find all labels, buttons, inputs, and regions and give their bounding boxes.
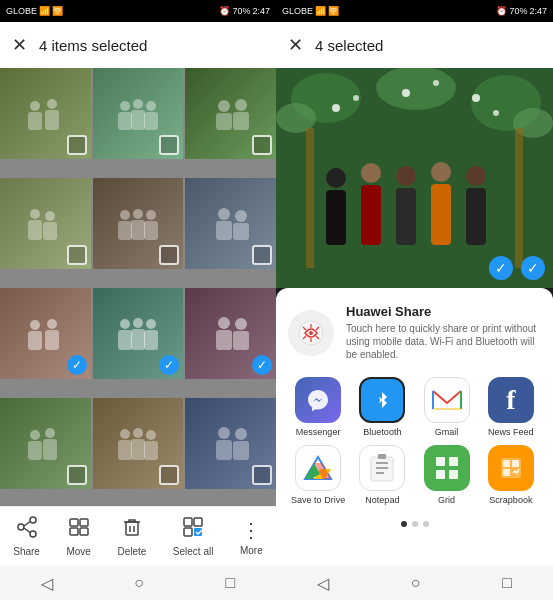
right-back-button[interactable]: ◁ xyxy=(301,570,345,597)
pagination-dots xyxy=(288,521,541,527)
share-button[interactable]: Share xyxy=(13,516,40,557)
svg-rect-41 xyxy=(233,331,249,350)
svg-point-58 xyxy=(30,531,36,537)
left-panel: GLOBE 📶 🛜 ⏰ 70% 2:47 ✕ 4 items selected xyxy=(0,0,276,600)
right-recent-button[interactable]: □ xyxy=(486,570,528,596)
svg-point-36 xyxy=(146,319,156,329)
photo-cell-2[interactable] xyxy=(93,68,184,159)
scrapbook-label: Scrapbook xyxy=(489,495,532,505)
delete-label: Delete xyxy=(117,546,146,557)
newsfeed-label: News Feed xyxy=(488,427,534,437)
svg-rect-116 xyxy=(503,460,510,467)
photo-cell-11[interactable] xyxy=(93,398,184,489)
svg-rect-1 xyxy=(28,112,42,130)
right-large-photo[interactable]: ✓ ✓ xyxy=(276,68,553,288)
svg-point-16 xyxy=(45,211,55,221)
notepad-label: Notepad xyxy=(365,495,399,505)
svg-rect-25 xyxy=(216,221,232,240)
photo-cell-4[interactable] xyxy=(0,178,91,269)
svg-point-8 xyxy=(146,101,156,111)
share-label: Share xyxy=(13,546,40,557)
select-all-button[interactable]: Select all xyxy=(173,516,214,557)
left-close-button[interactable]: ✕ xyxy=(12,34,27,56)
left-back-button[interactable]: ◁ xyxy=(25,570,69,597)
photo-cell-9[interactable]: ✓ xyxy=(185,288,276,379)
huawei-share-text: Huawei Share Touch here to quickly share… xyxy=(346,304,541,361)
svg-rect-53 xyxy=(216,440,232,460)
right-panel: GLOBE 📶 🛜 ⏰ 70% 2:47 ✕ 4 selected xyxy=(276,0,553,600)
photo-check-7: ✓ xyxy=(67,355,87,375)
right-status-left: GLOBE 📶 🛜 xyxy=(282,6,339,16)
photo-cell-8[interactable]: ✓ xyxy=(93,288,184,379)
messenger-label: Messenger xyxy=(296,427,341,437)
photo-cell-1[interactable] xyxy=(0,68,91,159)
delete-button[interactable]: Delete xyxy=(117,516,146,557)
svg-point-44 xyxy=(45,428,55,438)
share-gmail[interactable]: Gmail xyxy=(417,377,477,437)
photo-cell-7[interactable]: ✓ xyxy=(0,288,91,379)
notepad-icon xyxy=(359,445,405,491)
share-bluetooth[interactable]: Bluetooth xyxy=(352,377,412,437)
right-alarm: ⏰ xyxy=(496,6,507,16)
svg-rect-118 xyxy=(503,469,510,476)
left-home-button[interactable]: ○ xyxy=(118,570,160,596)
svg-rect-106 xyxy=(371,457,393,481)
svg-point-56 xyxy=(30,517,36,523)
svg-point-2 xyxy=(47,99,57,109)
left-recent-button[interactable]: □ xyxy=(210,570,252,596)
right-home-button[interactable]: ○ xyxy=(395,570,437,596)
svg-point-86 xyxy=(326,168,346,188)
share-messenger[interactable]: Messenger xyxy=(288,377,348,437)
svg-point-80 xyxy=(402,89,410,97)
svg-rect-19 xyxy=(118,221,132,240)
drive-label: Save to Drive xyxy=(291,495,345,505)
right-close-button[interactable]: ✕ xyxy=(288,34,303,56)
svg-rect-95 xyxy=(466,188,486,245)
svg-point-38 xyxy=(218,317,230,329)
move-label: Move xyxy=(66,546,90,557)
svg-rect-5 xyxy=(118,112,132,130)
photo-cell-3[interactable] xyxy=(185,68,276,159)
move-button[interactable]: Move xyxy=(66,516,90,557)
svg-rect-91 xyxy=(396,188,416,245)
svg-rect-89 xyxy=(361,185,381,245)
svg-rect-111 xyxy=(436,457,445,466)
left-header-title: 4 items selected xyxy=(39,37,147,54)
svg-rect-93 xyxy=(431,184,451,245)
svg-point-83 xyxy=(493,110,499,116)
share-scrapbook[interactable]: Scrapbook xyxy=(481,445,541,505)
right-header: ✕ 4 selected xyxy=(276,22,553,68)
more-button[interactable]: ⋮ More xyxy=(240,518,263,556)
photo-check-outline-3 xyxy=(252,135,272,155)
svg-point-28 xyxy=(30,320,40,330)
svg-point-88 xyxy=(361,163,381,183)
svg-rect-68 xyxy=(184,518,192,526)
svg-point-34 xyxy=(133,318,143,328)
svg-point-52 xyxy=(218,427,230,439)
huawei-share-row[interactable]: Huawei Share Touch here to quickly share… xyxy=(288,304,541,361)
svg-rect-61 xyxy=(70,519,78,526)
svg-point-10 xyxy=(218,100,230,112)
svg-point-57 xyxy=(18,524,24,530)
photo-cell-10[interactable] xyxy=(0,398,91,489)
svg-point-78 xyxy=(332,104,340,112)
svg-point-81 xyxy=(433,80,439,86)
move-icon xyxy=(68,516,90,543)
gmail-label: Gmail xyxy=(435,427,459,437)
svg-rect-62 xyxy=(80,519,88,526)
photo-cell-12[interactable] xyxy=(185,398,276,489)
share-notepad[interactable]: Notepad xyxy=(352,445,412,505)
share-newsfeed[interactable]: f News Feed xyxy=(481,377,541,437)
select-all-label: Select all xyxy=(173,546,214,557)
svg-rect-39 xyxy=(216,330,232,350)
share-icon xyxy=(16,516,38,543)
photo-cell-5[interactable] xyxy=(93,178,184,269)
svg-point-12 xyxy=(235,99,247,111)
svg-rect-85 xyxy=(515,128,523,268)
select-all-icon xyxy=(182,516,204,543)
svg-point-14 xyxy=(30,209,40,219)
share-drive[interactable]: Save to Drive xyxy=(288,445,348,505)
share-grid[interactable]: Grid xyxy=(417,445,477,505)
photo-cell-6[interactable] xyxy=(185,178,276,269)
left-carrier: GLOBE xyxy=(6,6,37,16)
